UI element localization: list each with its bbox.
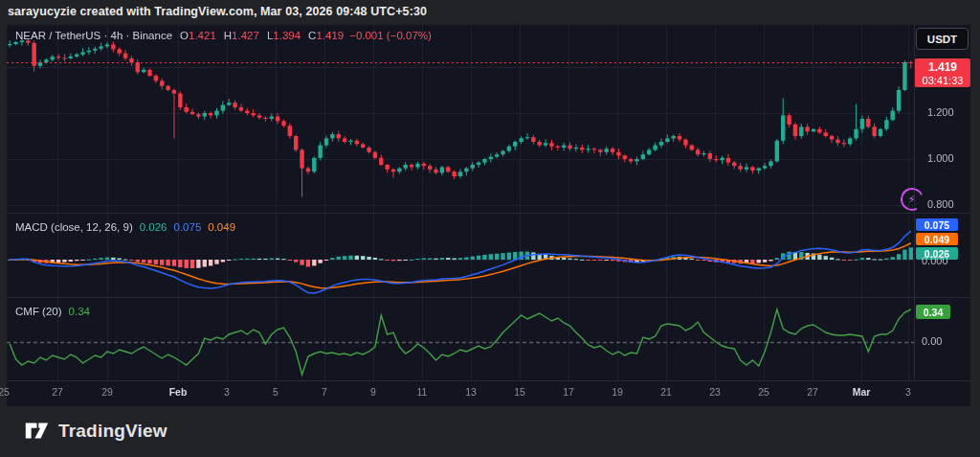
time-axis-tick: 25 — [0, 386, 10, 398]
ohlc-values: O1.421H1.427L1.394C1.419 — [172, 30, 344, 41]
price-axis-label: 1.200 — [927, 106, 954, 118]
chart-widget: NEAR / TetherUS · 4h · BinanceO1.421H1.4… — [7, 25, 970, 406]
time-axis-tick: 11 — [417, 386, 428, 398]
time-axis-tick: 7 — [322, 386, 327, 398]
bar-countdown: 03:41:33 — [915, 75, 970, 88]
symbol-legend: NEAR / TetherUS · 4h · BinanceO1.421H1.4… — [15, 30, 432, 41]
time-axis[interactable]: 252729Feb3579111315171921232527Mar3 — [7, 380, 970, 406]
indicator-axis-label: 0.000 — [922, 255, 948, 266]
time-axis-tick: 21 — [660, 386, 672, 398]
ohlc-token: H1.427 — [224, 30, 259, 41]
macd-legend-value: 0.026 — [140, 221, 167, 233]
ohlc-token: C1.419 — [308, 30, 344, 41]
last-price-badge: 1.419 03:41:33 — [915, 58, 970, 87]
macd-title[interactable]: MACD (close, 12, 26, 9) — [15, 221, 133, 233]
macd-value-badge: 0.075 — [916, 218, 958, 231]
time-axis-tick: Feb — [169, 386, 188, 398]
time-axis-tick: 27 — [807, 386, 818, 398]
attribution-text: sarayucyzie created with TradingView.com… — [8, 5, 965, 18]
time-axis-tick: 29 — [101, 386, 113, 398]
time-axis-tick: 15 — [514, 386, 525, 398]
pane-separator[interactable] — [7, 213, 970, 214]
indicator-axis-label: 0.00 — [922, 335, 942, 347]
time-axis-tick: 9 — [370, 386, 376, 398]
time-axis-tick: 23 — [709, 386, 721, 398]
macd-value-badge: 0.049 — [916, 233, 958, 245]
macd-legend-values: 0.0260.0750.049 — [133, 221, 235, 233]
tradingview-snapshot: sarayucyzie created with TradingView.com… — [0, 0, 980, 457]
pane-separator[interactable] — [7, 297, 970, 298]
time-axis-tick: 25 — [758, 386, 769, 398]
time-axis-tick: 5 — [273, 386, 278, 398]
macd-legend: MACD (close, 12, 26, 9)0.0260.0750.049 — [15, 221, 235, 233]
tradingview-logo-mark — [24, 419, 50, 443]
time-axis-tick: 13 — [465, 386, 477, 398]
time-axis-tick: 27 — [52, 386, 63, 398]
time-axis-tick: 17 — [563, 386, 574, 398]
currency-toggle-button[interactable]: USDT — [916, 28, 969, 50]
tradingview-logo[interactable]: TradingView — [24, 419, 167, 443]
macd-legend-value: 0.075 — [174, 221, 202, 233]
symbol-title[interactable]: NEAR / TetherUS · 4h · Binance — [15, 30, 172, 41]
price-axis-label: 0.800 — [927, 198, 954, 210]
price-axis-label: 1.000 — [927, 152, 954, 164]
tradingview-logo-text: TradingView — [58, 421, 167, 442]
cmf-value-badge: 0.34 — [916, 305, 950, 319]
cmf-legend-value: 0.34 — [69, 306, 90, 317]
time-axis-tick: 3 — [905, 386, 911, 398]
macd-legend-value: 0.049 — [208, 221, 235, 233]
change-value: −0.001 (−0.07%) — [349, 30, 432, 41]
last-price-value: 1.419 — [915, 60, 970, 75]
time-axis-tick: 3 — [224, 386, 230, 398]
ohlc-token: L1.394 — [267, 30, 301, 41]
ohlc-token: O1.421 — [180, 30, 216, 41]
chart-plot-area[interactable] — [7, 25, 914, 380]
time-axis-tick: Mar — [853, 386, 871, 398]
time-axis-tick: 19 — [612, 386, 623, 398]
cmf-legend: CMF (20)0.34 — [15, 306, 90, 317]
cmf-title[interactable]: CMF (20) — [15, 306, 62, 317]
